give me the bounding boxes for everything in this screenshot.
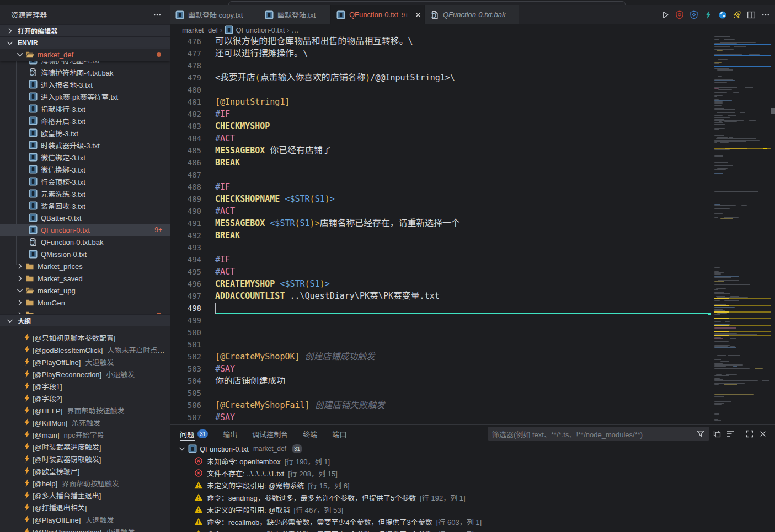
views-and-more-actions-button[interactable] <box>151 9 163 20</box>
editor-tab[interactable]: 幽默登陆.txt <box>259 5 331 24</box>
code-line[interactable]: 501 <box>170 338 775 351</box>
code-line[interactable]: 488#IF <box>170 181 775 193</box>
problem-row[interactable]: 未定义的字段引用: @取消[行 467，列 53] <box>170 503 775 515</box>
tree-folder-row[interactable]: MonGen <box>0 297 170 309</box>
problem-row[interactable]: 命令：sendmsg，参数过多，最多允许4个参数，但提供了5个参数[行 192，… <box>170 491 775 503</box>
section-outline[interactable]: 大纲 <box>0 314 170 326</box>
code-line[interactable]: 494#IF <box>170 254 775 266</box>
tree-file-row[interactable]: QMission-0.txt <box>0 248 170 260</box>
breadcrumb-folder[interactable]: market_def <box>182 26 218 34</box>
maximize-button[interactable] <box>743 427 756 440</box>
panel-tab-输出[interactable]: 输出 <box>223 425 237 443</box>
code-line[interactable]: 495#ACT <box>170 266 775 278</box>
code-line[interactable]: 491MESSAGEBOX <$STR(S1)>店铺名称已经存在，请重新选择一个 <box>170 217 775 229</box>
ellipsis-button[interactable] <box>758 8 773 22</box>
code-line[interactable]: 492BREAK <box>170 229 775 241</box>
outline-item[interactable]: [@时装武器进度触发] <box>0 440 170 453</box>
code-line[interactable]: 493 <box>170 241 775 254</box>
copy-button[interactable] <box>710 427 724 440</box>
tree-file-row[interactable]: 命格开启-3.txt <box>0 115 170 127</box>
run-button[interactable] <box>658 8 672 22</box>
tree-file-row[interactable]: QFunction-0.txt9+ <box>0 224 170 236</box>
outline-item[interactable]: [@字段1] <box>0 380 170 392</box>
outline-item[interactable]: [@欧皇榜鞭尸] <box>0 465 170 477</box>
code-line[interactable]: 489CHECKSHOPNAME <$STR(S1)> <box>170 193 775 205</box>
outline-item[interactable]: [@KillMon]杀死触发 <box>0 416 170 428</box>
panel-tab-终端[interactable]: 终端 <box>303 425 317 443</box>
outline-item[interactable]: [@godBlessItemClick]人物未开启时点击神… <box>0 343 170 356</box>
code-line[interactable]: 502[@CreateMyShopOK] 创建店铺成功触发 <box>170 351 775 363</box>
code-line[interactable]: 505 <box>170 387 775 399</box>
code-line[interactable]: 490#ACT <box>170 205 775 217</box>
breadcrumb[interactable]: market_def › QFunction-0.txt › … <box>170 24 775 35</box>
problem-row[interactable]: 未定义的字段引用: @宠物系统[行 15，列 6] <box>170 479 775 491</box>
editor-tab[interactable]: 幽默登陆 copy.txt <box>170 5 259 24</box>
outline-item[interactable]: [@PlayReconnection]小退触发 <box>0 368 170 380</box>
code-line[interactable]: 480 <box>170 84 775 96</box>
code-line[interactable]: 496CREATEMYSHOP <$STR(S1)> <box>170 278 775 290</box>
code-line[interactable]: 483CHECKMYSHOP <box>170 120 775 132</box>
minimap[interactable] <box>714 35 771 423</box>
panel-tab-调试控制台[interactable]: 调试控制台 <box>252 425 288 443</box>
tree-file-row[interactable]: 欧皇榜-3.txt <box>0 127 170 139</box>
tree-file-row[interactable]: 微信绑定-3.txt <box>0 151 170 163</box>
tab-close-button[interactable] <box>414 10 423 19</box>
globe-button[interactable] <box>715 8 730 22</box>
tree-folder-row[interactable]: Market_prices <box>0 260 170 272</box>
code-line[interactable]: 478 <box>170 60 775 72</box>
section-envir[interactable]: ENVIR <box>0 36 170 49</box>
split-editor-button[interactable] <box>744 8 758 22</box>
outline-item[interactable]: [@只如初见脚本参数配置] <box>0 331 170 343</box>
tree-file-row[interactable]: 捐献排行-3.txt <box>0 103 170 115</box>
code-line[interactable]: 476可以很方便的把仓库物品和出售的物品相互转移。\ <box>170 35 775 47</box>
tree-file-row[interactable]: 海啸护符地图-4.txt.bak <box>0 66 170 78</box>
panel-tab-端口[interactable]: 端口 <box>332 425 346 443</box>
problem-row[interactable]: 命令：recallmob，缺少必需参数，需要至少4个参数，但提供了3个参数[行 … <box>170 528 775 532</box>
tree-file-row[interactable]: 行会顶榜-3.txt <box>0 175 170 187</box>
outline-item[interactable]: [@HELP]界面帮助按钮触发 <box>0 404 170 416</box>
code-line[interactable]: 487 <box>170 169 775 181</box>
outline-item[interactable]: [@main]npc开始字段 <box>0 428 170 440</box>
tree-file-row[interactable]: QBatter-0.txt <box>0 212 170 224</box>
problems-file-row[interactable]: QFunction-0.txtmarket_def31 <box>170 443 775 455</box>
view-as-list-button[interactable] <box>724 427 737 440</box>
sticky-folder-market-def[interactable]: market_def <box>0 49 170 61</box>
outline-item[interactable]: [@字段2] <box>0 392 170 404</box>
tree-file-row[interactable]: 装备回收-3.txt <box>0 200 170 212</box>
problem-row[interactable]: 文件不存在: ..\..\..\..\1.txt[行 208，列 15] <box>170 467 775 479</box>
editor-tab[interactable]: QFunction-0.txt.bak <box>425 5 519 24</box>
panel-tab-问题[interactable]: 问题31 <box>180 425 208 443</box>
close-button[interactable] <box>756 427 769 440</box>
section-open-editors[interactable]: 打开的编辑器 <box>0 24 170 36</box>
code-editor[interactable]: 476可以很方便的把仓库物品和出售的物品相互转移。\477还可以进行摆摊操作。\… <box>170 35 775 424</box>
tree-file-row[interactable]: 元素洗练-3.txt <box>0 187 170 200</box>
tree-file-row[interactable]: QFunction-0.txt.bak <box>0 236 170 248</box>
editor-tab[interactable]: QFunction-0.txt9+ <box>331 5 425 24</box>
code-line[interactable]: 477还可以进行摆摊操作。\ <box>170 47 775 60</box>
outline-item[interactable]: [@PlayReconnection]小退触发 <box>0 525 170 532</box>
tree-file-row[interactable]: 微信换绑-3.txt <box>0 163 170 175</box>
code-line[interactable]: 503#SAY <box>170 363 775 375</box>
code-line[interactable]: 504你的店铺创建成功 <box>170 375 775 387</box>
shield-blue-button[interactable] <box>687 8 701 22</box>
breadcrumb-symbol[interactable]: … <box>292 26 299 34</box>
problem-row[interactable]: 命令：recallmob，缺少必需参数，需要至少4个参数，但提供了3个参数[行 … <box>170 515 775 528</box>
tree-folder-row[interactable]: Market_saved <box>0 272 170 284</box>
code-line[interactable]: 498 <box>170 302 775 314</box>
code-line[interactable]: 499 <box>170 314 775 326</box>
outline-item[interactable]: [@多人播台播主退出] <box>0 489 170 501</box>
tree-file-row[interactable]: 进入报名地-3.txt <box>0 78 170 90</box>
code-line[interactable]: 479<我要开店(点击输入你喜欢的店铺名称)/@@InputString1>\ <box>170 72 775 84</box>
code-line[interactable]: 481[@InputString1] <box>170 96 775 108</box>
tree-file-row[interactable]: 时装武器升级-3.txt <box>0 139 170 151</box>
code-line[interactable]: 484#ACT <box>170 132 775 144</box>
tree-folder-row[interactable] <box>0 309 170 314</box>
tree-folder-row[interactable]: market_upg <box>0 284 170 297</box>
shield-red-button[interactable] <box>672 8 687 22</box>
problems-filter-input[interactable]: 筛选器(例如 text、**/*.ts、!**/node_modules/**) <box>488 427 709 441</box>
tree-file-row[interactable]: 海啸护符地图-4.txt <box>0 61 170 66</box>
bolt-teal-button[interactable] <box>701 8 715 22</box>
outline-item[interactable]: [@PlayOffLine]大退触发 <box>0 513 170 525</box>
outline-item[interactable]: [@时装武器窃取触发] <box>0 453 170 465</box>
code-line[interactable]: 482#IF <box>170 108 775 120</box>
